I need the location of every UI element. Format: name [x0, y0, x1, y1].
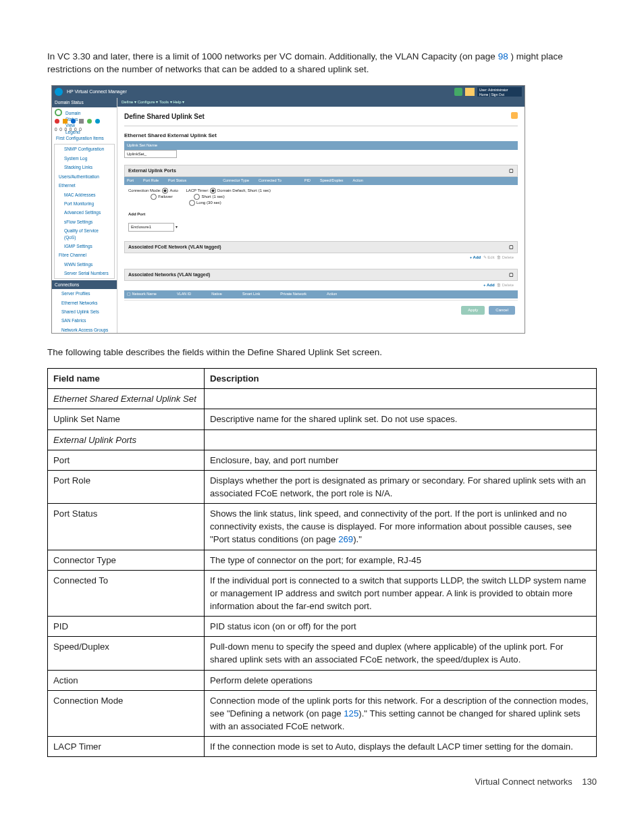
severity-icons	[52, 118, 117, 125]
first-config[interactable]: First Configuration Items	[52, 134, 117, 142]
field-description-table: Field name Description Ethernet Shared E…	[47, 368, 597, 757]
field-name-cell: Ethernet Shared External Uplink Set	[48, 389, 205, 409]
table-row: Port StatusShows the link status, link s…	[48, 504, 597, 550]
collapse-icon[interactable]: ▢	[509, 271, 514, 278]
field-name-cell: Port Role	[48, 470, 205, 503]
apply-button[interactable]: Apply	[461, 306, 485, 315]
table-row: Port RoleDisplays whether the port is de…	[48, 470, 597, 503]
description-cell: PID status icon (on or off) for the port	[205, 617, 597, 637]
uplink-name-input[interactable]: UplinkSet_	[124, 150, 177, 159]
external-ports-header: External Uplink Ports ▢	[124, 165, 518, 177]
sidebar-item[interactable]: Stacking Links	[55, 163, 114, 172]
th-field: Field name	[48, 369, 205, 389]
description-cell: If the individual port is connected to a…	[205, 570, 597, 616]
delete-button: 🗑 Delete	[497, 283, 514, 287]
field-name-cell: PID	[48, 617, 205, 637]
sidebar-item[interactable]: Ethernet Networks	[52, 298, 117, 307]
page-footer: Virtual Connect networks 130	[47, 776, 597, 789]
table-row: Ethernet Shared External Uplink Set	[48, 389, 597, 409]
refresh-icon[interactable]	[55, 109, 62, 116]
radio-failover[interactable]	[151, 194, 157, 200]
sidebar-item-fc[interactable]: Fibre Channel	[55, 251, 114, 259]
sidebar-item[interactable]: SNMP Configuration	[55, 145, 114, 153]
description-cell: Descriptive name for the shared uplink s…	[205, 409, 597, 429]
assoc-net-header: Associated Networks (VLAN tagged) ▢	[124, 269, 518, 281]
sidebar-item[interactable]: Port Monitoring	[55, 199, 114, 208]
sidebar-item[interactable]: MAC Addresses	[55, 190, 114, 199]
page-98-link[interactable]: 98	[498, 51, 508, 61]
description-cell: Shows the link status, link speed, and c…	[205, 504, 597, 550]
unknown-icon[interactable]	[79, 119, 84, 124]
sidebar-item[interactable]: Users/Authentication	[55, 172, 114, 181]
intro-text-1: In VC 3.30 and later, there is a limit o…	[47, 51, 498, 61]
sidebar-item[interactable]: Server Profiles	[52, 289, 117, 298]
radio-lacp-long[interactable]	[189, 200, 195, 206]
table-row: ActionPerform delete operations	[48, 670, 597, 690]
sidebar-item[interactable]: Quality of Service (QoS)	[55, 226, 114, 242]
sidebar-item-ethernet[interactable]: Ethernet	[55, 181, 114, 190]
page-title: Define Shared Uplink Set	[124, 112, 518, 127]
app-titlebar: HP Virtual Connect Manager User: Adminis…	[52, 86, 525, 98]
field-name-cell: Port	[48, 450, 205, 470]
add-button[interactable]: + Add	[470, 255, 481, 259]
dropdown-icon[interactable]: ▾	[176, 225, 178, 229]
description-cell: If the connection mode is set to Auto, d…	[205, 737, 597, 757]
hp-logo-icon	[55, 88, 63, 96]
app-title: HP Virtual Connect Manager	[67, 89, 127, 94]
sidebar-item[interactable]: SAN Fabrics	[52, 316, 117, 325]
sidebar-connections[interactable]: Connections	[52, 280, 117, 289]
ok-icon[interactable]	[87, 119, 92, 124]
add-port-label: Add Port	[124, 209, 518, 220]
user-box[interactable]: User: Administrator Home | Sign Out	[477, 87, 522, 97]
add-port-select[interactable]: Enclosure1	[128, 223, 174, 232]
collapse-icon[interactable]: ▢	[509, 244, 514, 251]
radio-lacp-default[interactable]	[210, 188, 216, 194]
top-menu[interactable]: Define ▾ Configure ▾ Tools ▾ Help ▾	[117, 98, 525, 107]
warning-icon[interactable]	[63, 119, 68, 124]
form-buttons: Apply Cancel	[124, 301, 518, 320]
field-name-cell: Port Status	[48, 504, 205, 550]
sidebar-item[interactable]: Network Access Groups	[52, 325, 117, 334]
sidebar-item[interactable]: System Log	[55, 154, 114, 163]
table-row: Speed/DuplexPull-down menu to specify th…	[48, 637, 597, 670]
table-row: PIDPID status icon (on or off) for the p…	[48, 617, 597, 637]
help-icon[interactable]	[511, 112, 518, 119]
profile-icon[interactable]	[95, 119, 100, 124]
info-icon[interactable]	[71, 119, 76, 124]
field-name-cell: Connector Type	[48, 550, 205, 570]
table-row: PortEnclosure, bay, and port number	[48, 450, 597, 470]
conn-mode-row: Connection Mode: Auto LACP Timer: Domain…	[124, 185, 518, 209]
description-cell: Connection mode of the uplink ports for …	[205, 690, 597, 736]
status-links[interactable]: Domain Status View Legend	[65, 110, 70, 115]
add-button[interactable]: + Add	[483, 283, 495, 287]
count-row: 0 0 0 0 0 0	[52, 125, 117, 134]
assoc-net-columns: ▢ Network Name VLAN ID Native Smart Link…	[124, 290, 518, 298]
uplink-name-label: Uplink Set Name	[124, 141, 518, 150]
sidebar-item[interactable]: Advanced Settings	[55, 208, 114, 217]
radio-lacp-short[interactable]	[194, 194, 200, 200]
description-cell: Perform delete operations	[205, 670, 597, 690]
vc-manager-screenshot: HP Virtual Connect Manager User: Adminis…	[51, 85, 525, 334]
cancel-button[interactable]: Cancel	[489, 306, 515, 315]
sidebar-item[interactable]: Server Serial Numbers	[55, 269, 114, 278]
table-row: Uplink Set NameDescriptive name for the …	[48, 409, 597, 429]
field-name-cell: Connected To	[48, 570, 205, 616]
main-pane: Define ▾ Configure ▾ Tools ▾ Help ▾ Defi…	[117, 98, 525, 333]
page-link[interactable]: 125	[344, 708, 358, 719]
sidebar-item[interactable]: Shared Uplink Sets	[52, 307, 117, 316]
critical-icon[interactable]	[55, 119, 59, 124]
description-cell: Displays whether the port is designated …	[205, 470, 597, 503]
sidebar-item[interactable]: sFlow Settings	[55, 217, 114, 226]
description-cell	[205, 389, 597, 409]
page-link[interactable]: 269	[338, 534, 353, 544]
collapse-icon[interactable]: ▢	[509, 167, 514, 174]
section-ethernet-shared: Ethernet Shared External Uplink Set	[124, 132, 518, 140]
radio-auto[interactable]	[162, 188, 168, 194]
table-intro: The following table describes the fields…	[47, 346, 597, 359]
table-row: Connector TypeThe type of connector on t…	[48, 550, 597, 570]
sidebar-item[interactable]: IGMP Settings	[55, 242, 114, 251]
field-name-cell: LACP Timer	[48, 737, 205, 757]
table-row: Connected ToIf the individual port is co…	[48, 570, 597, 616]
home-icon[interactable]	[465, 88, 475, 96]
sidebar-item[interactable]: WWN Settings	[55, 260, 114, 269]
